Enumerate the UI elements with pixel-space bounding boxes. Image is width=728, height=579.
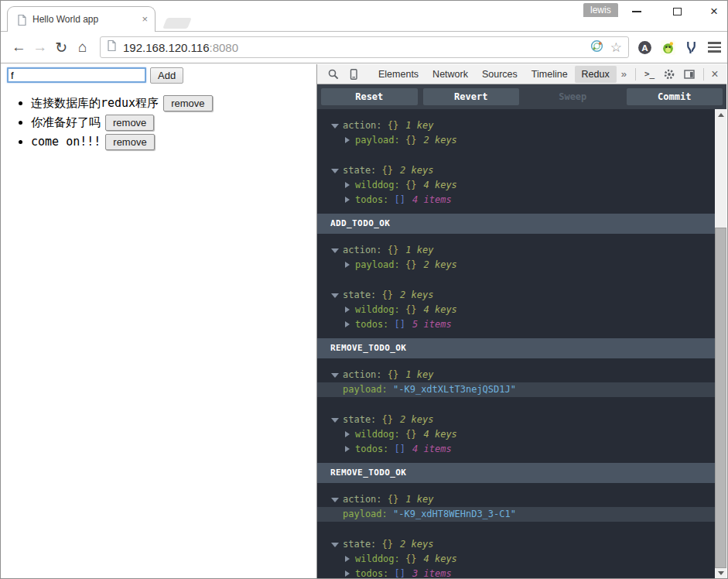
tree-string-value: "-K9_xdHT8WEHnD3_3-C1" (388, 509, 516, 519)
profile-badge[interactable]: lewis (583, 3, 618, 17)
commit-button[interactable]: Commit (627, 88, 723, 105)
devtools-close-icon[interactable]: × (711, 67, 718, 81)
scrollbar[interactable] (715, 109, 726, 578)
collapse-arrow-icon[interactable] (331, 418, 339, 423)
devtools-tab-elements[interactable]: Elements (371, 66, 426, 83)
remove-todo-button[interactable]: remove (163, 95, 212, 111)
inspect-element-icon[interactable] (327, 68, 340, 81)
new-tab-button[interactable] (162, 18, 192, 29)
url-text[interactable]: 192.168.120.116:8080 (123, 41, 238, 54)
tree-row[interactable]: action: {}1 key (317, 118, 715, 133)
collapse-arrow-icon[interactable] (331, 124, 339, 128)
collapse-arrow-icon[interactable] (331, 293, 339, 298)
tree-key: todos: (355, 568, 388, 578)
devtools-tab-timeline[interactable]: Timeline (525, 66, 575, 83)
expand-arrow-icon[interactable] (345, 446, 350, 452)
todo-item: 连接数据库的redux程序remove (31, 95, 316, 111)
expand-arrow-icon[interactable] (345, 307, 350, 313)
url-host: 192.168.120.116 (123, 41, 210, 54)
redux-devtools-icon[interactable] (590, 39, 604, 57)
tree-bracket: [] (388, 319, 405, 330)
minimize-button[interactable] (620, 1, 654, 22)
tree-bracket: {} (376, 290, 393, 300)
tree-row[interactable]: state: {}2 keys (317, 288, 715, 303)
tree-row[interactable]: wilddog: {}4 keys (317, 427, 715, 442)
tree-row[interactable]: state: {}2 keys (317, 163, 715, 178)
remove-todo-button[interactable]: remove (105, 115, 154, 131)
tree-bracket: {} (382, 120, 399, 131)
tree-row[interactable]: wilddog: {}4 keys (317, 552, 715, 567)
settings-gear-icon[interactable] (663, 68, 675, 81)
home-button[interactable]: ⌂ (74, 39, 92, 56)
reset-button[interactable]: Reset (321, 88, 418, 105)
expand-arrow-icon[interactable] (345, 321, 350, 327)
collapse-arrow-icon[interactable] (331, 169, 339, 173)
scroll-up-arrow[interactable] (715, 109, 726, 121)
devtools-tab-redux[interactable]: Redux (575, 66, 617, 83)
add-button[interactable]: Add (150, 67, 183, 84)
tree-row[interactable]: state: {}2 keys (317, 537, 715, 552)
tree-row[interactable]: action: {}1 key (317, 368, 715, 382)
collapse-arrow-icon[interactable] (331, 248, 339, 253)
tree-row[interactable]: action: {}1 key (317, 492, 715, 507)
tree-row[interactable]: todos: []3 items (317, 567, 715, 578)
fork-extension-icon[interactable] (684, 40, 699, 55)
tree-row[interactable]: payload: "-K9_xdHT8WEHnD3_3-C1" (317, 507, 715, 522)
tree-row[interactable]: payload: {}2 keys (317, 133, 715, 148)
url-port: :8080 (210, 41, 239, 54)
scroll-down-arrow[interactable] (715, 567, 726, 578)
expand-arrow-icon[interactable] (345, 570, 350, 577)
tree-row[interactable]: todos: []5 items (317, 317, 715, 332)
todo-input[interactable] (7, 67, 146, 83)
tree-row[interactable]: wilddog: {}4 keys (317, 178, 715, 193)
tree-row[interactable]: todos: []4 items (317, 193, 715, 207)
tree-entry: todos: []4 items (317, 193, 452, 207)
tab-close-icon[interactable]: × (142, 13, 148, 25)
tree-count: 2 keys (400, 290, 433, 300)
devtools-tab-network[interactable]: Network (426, 66, 475, 83)
action-type-header[interactable]: ADD_TODO_OK (317, 214, 715, 234)
expand-arrow-icon[interactable] (345, 262, 350, 268)
devtools-tab-sources[interactable]: Sources (475, 66, 525, 83)
browser-tab[interactable]: Hello World app × (7, 6, 156, 32)
tree-count: 4 items (412, 444, 452, 454)
tree-string-value: "-K9_xdtXLtT3nejQSD1J" (388, 384, 516, 395)
scrollbar-thumb[interactable] (715, 228, 726, 568)
browser-menu-icon[interactable] (708, 42, 721, 53)
expand-arrow-icon[interactable] (345, 431, 350, 437)
tree-key: state: (343, 290, 376, 300)
tree-row[interactable]: payload: "-K9_xdtXLtT3nejQSD1J" (317, 382, 715, 397)
angular-extension-icon[interactable]: A (637, 40, 652, 55)
bookmark-star-icon[interactable]: ☆ (610, 39, 622, 56)
expand-arrow-icon[interactable] (345, 137, 350, 143)
forward-button[interactable]: → (32, 39, 50, 56)
collapse-arrow-icon[interactable] (331, 373, 339, 378)
tabs-overflow-icon[interactable]: » (617, 68, 631, 80)
tree-row[interactable]: todos: []4 items (317, 442, 715, 457)
tree-key: wilddog: (355, 429, 400, 440)
collapse-arrow-icon[interactable] (331, 543, 339, 547)
wilddog-extension-icon[interactable] (661, 40, 675, 55)
tree-row[interactable]: state: {}2 keys (317, 413, 715, 427)
dock-side-icon[interactable] (683, 68, 696, 81)
device-toolbar-icon[interactable] (347, 68, 360, 81)
tree-row[interactable]: wilddog: {}4 keys (317, 303, 715, 317)
reload-button[interactable]: ↻ (53, 39, 70, 57)
expand-arrow-icon[interactable] (345, 182, 350, 188)
collapse-arrow-icon[interactable] (331, 498, 339, 502)
window-close-button[interactable]: × (697, 1, 728, 22)
console-drawer-icon[interactable]: >_ (644, 69, 655, 79)
tree-bracket: {} (400, 429, 417, 440)
expand-arrow-icon[interactable] (345, 556, 350, 562)
action-type-header[interactable]: REMOVE_TODO_OK (317, 338, 715, 358)
back-button[interactable]: ← (10, 39, 28, 56)
devtools-divider[interactable] (316, 64, 317, 578)
address-bar[interactable]: 192.168.120.116:8080 ☆ (100, 36, 629, 58)
maximize-button[interactable] (660, 1, 694, 22)
action-type-header[interactable]: REMOVE_TODO_OK (317, 463, 715, 483)
tree-row[interactable]: action: {}1 key (317, 243, 715, 258)
revert-button[interactable]: Revert (423, 88, 520, 105)
remove-todo-button[interactable]: remove (105, 134, 154, 150)
expand-arrow-icon[interactable] (345, 197, 350, 203)
tree-row[interactable]: payload: {}2 keys (317, 258, 715, 272)
